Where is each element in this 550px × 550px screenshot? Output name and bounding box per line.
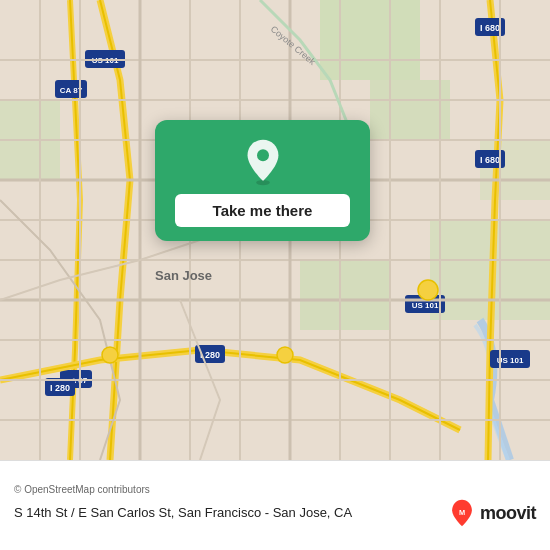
- bottom-bar: © OpenStreetMap contributors S 14th St /…: [0, 460, 550, 550]
- svg-text:M: M: [459, 508, 465, 517]
- moovit-logo: M moovit: [448, 499, 536, 527]
- svg-text:I 680: I 680: [480, 155, 500, 165]
- take-me-there-button[interactable]: Take me there: [175, 194, 350, 227]
- location-text: S 14th St / E San Carlos St, San Francis…: [14, 504, 440, 522]
- svg-point-48: [277, 347, 293, 363]
- svg-rect-2: [370, 80, 450, 140]
- svg-rect-6: [480, 140, 550, 200]
- svg-point-47: [102, 347, 118, 363]
- svg-text:US 101: US 101: [412, 301, 439, 310]
- svg-text:I 280: I 280: [50, 383, 70, 393]
- action-card: Take me there: [155, 120, 370, 241]
- map-container: I 680 I 680 US 101 CA 87 CA 87 I 280 I 2…: [0, 0, 550, 460]
- app: I 680 I 680 US 101 CA 87 CA 87 I 280 I 2…: [0, 0, 550, 550]
- moovit-pin-icon: M: [448, 499, 476, 527]
- location-pin-icon: [239, 138, 287, 186]
- moovit-brand-text: moovit: [480, 503, 536, 524]
- svg-point-51: [257, 149, 269, 161]
- svg-text:San Jose: San Jose: [155, 268, 212, 283]
- location-row: S 14th St / E San Carlos St, San Francis…: [14, 499, 536, 527]
- svg-text:I 680: I 680: [480, 23, 500, 33]
- svg-rect-3: [300, 260, 390, 330]
- svg-rect-1: [320, 0, 420, 80]
- svg-point-49: [418, 280, 438, 300]
- attribution-text: © OpenStreetMap contributors: [14, 484, 536, 495]
